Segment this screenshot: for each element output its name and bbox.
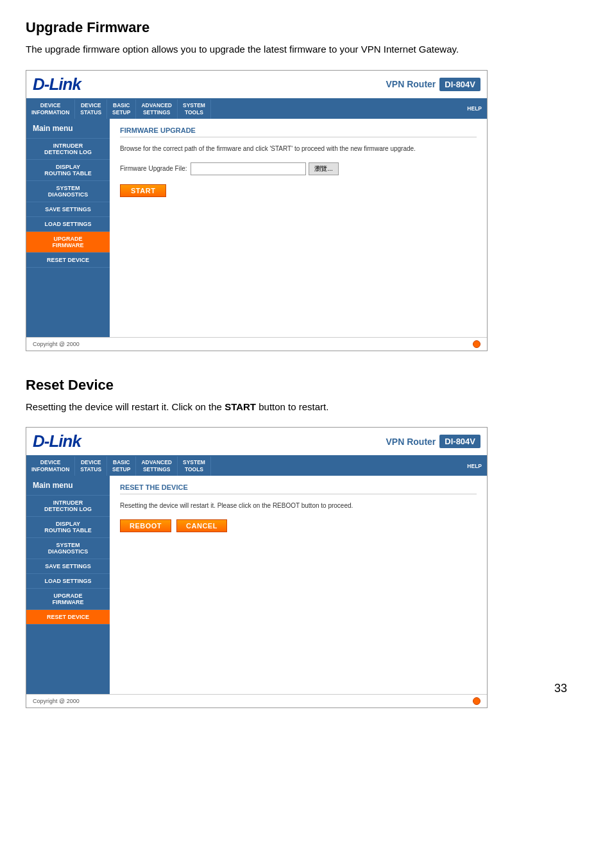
model-badge-1: DI-804V [439, 78, 480, 91]
sidebar-save-settings-1[interactable]: SAVE SETTINGS [26, 202, 110, 217]
sidebar-save-settings-2[interactable]: SAVE SETTINGS [26, 559, 110, 574]
status-dot-1 [473, 340, 480, 348]
firmware-file-label: Firmware Upgrade File: [120, 165, 187, 172]
sidebar-intruder-2[interactable]: INTRUDERDETECTION LOG [26, 496, 110, 517]
sidebar-upgrade-firmware-1[interactable]: UPGRADEFIRMWARE [26, 232, 110, 253]
nav-device-status-1[interactable]: DEVICESTATUS [75, 100, 107, 119]
nav-basic-setup-2[interactable]: BASICSETUP [107, 456, 136, 476]
sidebar-display-routing-2[interactable]: DISPLAYROUTING TABLE [26, 517, 110, 538]
router-nav-2: DEVICEINFORMATION DEVICESTATUS BASICSETU… [26, 456, 487, 476]
sidebar-title-2: Main menu [26, 476, 110, 496]
sidebar-load-settings-1[interactable]: LOAD SETTINGS [26, 217, 110, 232]
nav-help-1[interactable]: HELP [462, 100, 487, 119]
nav-system-tools-1[interactable]: SYSTEMTOOLS [178, 100, 211, 119]
router-panel-2: D-Link VPN Router DI-804V DEVICEINFORMAT… [26, 427, 488, 708]
router-footer-2: Copyright @ 2000 [26, 694, 487, 707]
nav-advanced-1[interactable]: ADVANCEDSETTINGS [136, 100, 178, 119]
section1-desc: The upgrade firmware option allows you t… [26, 42, 586, 57]
sidebar-system-diag-1[interactable]: SYSTEMDIAGNOSTICS [26, 181, 110, 202]
router-header-2: D-Link VPN Router DI-804V [26, 428, 487, 456]
router-header-1: D-Link VPN Router DI-804V [26, 71, 487, 100]
router-body-2: Main menu INTRUDERDETECTION LOG DISPLAYR… [26, 476, 487, 694]
vpn-label-1: VPN Router [386, 79, 436, 89]
vpn-label-2: VPN Router [386, 437, 436, 447]
content-title-1: FIRMWARE UPGRADE [120, 126, 477, 137]
content-desc-1: Browse for the correct path of the firmw… [120, 144, 477, 153]
sidebar-system-diag-2[interactable]: SYSTEMDIAGNOSTICS [26, 538, 110, 559]
firmware-action-buttons: Start [120, 184, 477, 197]
sidebar-reset-device-1[interactable]: RESET DEVICE [26, 253, 110, 268]
content-desc-2: Resetting the device will restart it. Pl… [120, 501, 477, 510]
firmware-form: Firmware Upgrade File: 瀏覽... [120, 162, 477, 175]
sidebar-1: Main menu INTRUDERDETECTION LOG DISPLAYR… [26, 119, 110, 337]
section1-title: Upgrade Firmware [26, 19, 586, 36]
page-number: 33 [554, 682, 567, 695]
router-body-1: Main menu INTRUDERDETECTION LOG DISPLAYR… [26, 119, 487, 337]
copyright-1: Copyright @ 2000 [33, 341, 80, 347]
nav-system-tools-2[interactable]: SYSTEMTOOLS [178, 456, 211, 476]
dlink-logo-2: D-Link [33, 431, 81, 451]
sidebar-display-routing-1[interactable]: DISPLAYROUTING TABLE [26, 160, 110, 181]
reset-action-buttons: Reboot Cancel [120, 519, 477, 532]
model-badge-2: DI-804V [439, 435, 480, 448]
status-dot-2 [473, 697, 480, 705]
nav-basic-setup-1[interactable]: BASICSETUP [107, 100, 136, 119]
nav-device-status-2[interactable]: DEVICESTATUS [75, 456, 107, 476]
nav-advanced-2[interactable]: ADVANCEDSETTINGS [136, 456, 178, 476]
router-nav-1: DEVICEINFORMATION DEVICESTATUS BASICSETU… [26, 100, 487, 119]
sidebar-intruder-1[interactable]: INTRUDERDETECTION LOG [26, 139, 110, 160]
browse-button[interactable]: 瀏覽... [309, 162, 338, 175]
router-footer-1: Copyright @ 2000 [26, 337, 487, 351]
nav-device-info-1[interactable]: DEVICEINFORMATION [26, 100, 75, 119]
copyright-2: Copyright @ 2000 [33, 698, 80, 704]
nav-help-2[interactable]: HELP [462, 456, 487, 476]
sidebar-load-settings-2[interactable]: LOAD SETTINGS [26, 574, 110, 589]
sidebar-title-1: Main menu [26, 119, 110, 139]
sidebar-upgrade-firmware-2[interactable]: UPGRADEFIRMWARE [26, 589, 110, 610]
main-content-2: RESET THE DEVICE Resetting the device wi… [110, 476, 487, 694]
router-panel-1: D-Link VPN Router DI-804V DEVICEINFORMAT… [26, 70, 488, 351]
section2-desc: Resetting the device will restart it. Cl… [26, 400, 586, 415]
sidebar-reset-device-2[interactable]: RESET DEVICE [26, 610, 110, 625]
dlink-logo-1: D-Link [33, 74, 81, 94]
main-content-1: FIRMWARE UPGRADE Browse for the correct … [110, 119, 487, 337]
content-title-2: RESET THE DEVICE [120, 483, 477, 494]
nav-device-info-2[interactable]: DEVICEINFORMATION [26, 456, 75, 476]
reboot-button[interactable]: Reboot [120, 519, 171, 532]
cancel-button[interactable]: Cancel [176, 519, 227, 532]
sidebar-2: Main menu INTRUDERDETECTION LOG DISPLAYR… [26, 476, 110, 694]
firmware-file-input[interactable] [191, 162, 306, 175]
section2-title: Reset Device [26, 377, 586, 394]
start-button[interactable]: Start [120, 184, 166, 197]
